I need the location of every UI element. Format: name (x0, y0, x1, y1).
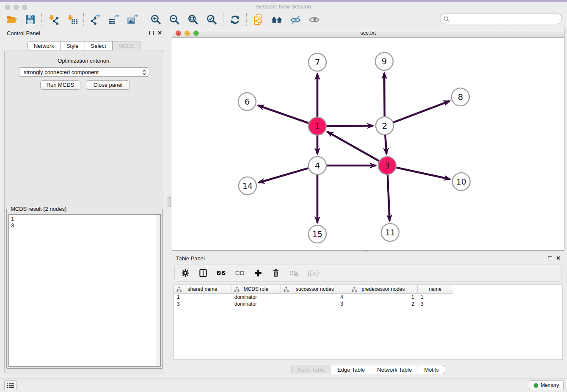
import-table-icon[interactable] (66, 14, 78, 25)
column-header-successor-nodes[interactable]: successor nodes (281, 285, 349, 294)
graph-edge-2-8[interactable] (394, 101, 450, 123)
memory-button[interactable]: Memory (529, 380, 564, 390)
import-network-icon[interactable] (47, 14, 59, 25)
save-session-icon[interactable] (24, 14, 36, 25)
close-panel-icon[interactable]: × (158, 31, 162, 35)
tab-edge-table[interactable]: Edge Table (331, 365, 371, 374)
table-panel: Table Panel × f(x) (172, 253, 564, 376)
delete-table-icon[interactable] (289, 269, 299, 277)
function-builder-icon[interactable]: f(x) (308, 268, 319, 278)
tab-network[interactable]: Network (28, 41, 61, 50)
table-toolbar: f(x) (174, 265, 562, 282)
mcds-result-box[interactable]: 1 3 (8, 214, 161, 367)
graph-node-label: 10 (456, 177, 466, 186)
hierarchy-icon (352, 287, 357, 292)
table-panel-header: Table Panel × (172, 253, 564, 263)
clone-network-icon[interactable] (252, 14, 264, 25)
open-session-icon[interactable] (6, 14, 17, 25)
table-cell: dominator (231, 301, 281, 307)
delete-column-icon[interactable] (271, 268, 281, 278)
zoom-out-icon[interactable] (168, 14, 180, 25)
result-scrollbar[interactable] (156, 215, 160, 366)
apply-layout-icon[interactable] (229, 14, 241, 25)
tab-node-table[interactable]: Node Table (291, 365, 332, 374)
search-input-container (440, 14, 562, 24)
tab-network-table[interactable]: Network Table (371, 365, 418, 374)
network-window: x − + scc.txt 7968124314101511 (172, 28, 564, 251)
column-header-shared-name[interactable]: shared name (174, 285, 231, 294)
table-cell: 4 (281, 294, 349, 301)
table-cell: dominator (231, 294, 281, 301)
network-canvas[interactable]: 7968124314101511 (172, 38, 564, 250)
graph-node-label: 1 (315, 121, 320, 131)
tab-mcds[interactable]: MCDS (113, 41, 141, 50)
select-stepper-icon (142, 69, 146, 77)
memory-status-icon (534, 383, 538, 388)
run-mcds-button[interactable]: Run MCDS (40, 80, 80, 90)
task-history-button[interactable] (4, 380, 17, 390)
graph-svg[interactable]: 7968124314101511 (172, 38, 564, 250)
export-table-icon[interactable] (108, 14, 120, 25)
graph-node-label: 9 (382, 56, 387, 66)
graph-edge-3-11[interactable] (388, 175, 390, 221)
table-tabs: Node Table Edge Table Network Table Moti… (172, 365, 564, 374)
column-header-predecessor-nodes[interactable]: predecessor nodes (349, 285, 418, 294)
search-input[interactable] (451, 16, 561, 22)
column-header-mcds-role[interactable]: MCDS role (231, 285, 281, 294)
column-header-name[interactable]: name (418, 285, 453, 294)
export-network-icon[interactable] (89, 14, 101, 25)
control-panel-header: Control Panel × (3, 28, 166, 38)
tab-motifs[interactable]: Motifs (418, 365, 445, 374)
close-panel-button[interactable]: Close panel (86, 80, 130, 90)
zoom-selected-icon[interactable] (206, 14, 217, 25)
close-table-panel-icon[interactable]: × (556, 256, 560, 260)
export-image-icon[interactable] (127, 14, 138, 25)
criterion-select[interactable]: strongly connected component (19, 67, 149, 77)
mcds-result-fieldset: MCDS result (2 nodes) 1 3 (6, 209, 163, 369)
zoom-fit-icon[interactable] (187, 14, 199, 25)
tab-style[interactable]: Style (61, 41, 85, 50)
column-label: predecessor nodes (361, 286, 405, 292)
app-titlebar: Session: New Session (0, 2, 567, 12)
table-row[interactable]: 1dominator411 (174, 294, 562, 301)
vertical-splitter-grip[interactable] (168, 197, 171, 207)
mcds-result-title: MCDS result (2 nodes) (9, 206, 68, 212)
deselect-all-columns-icon[interactable] (235, 268, 245, 278)
table-body: 1dominator4113dominator323 (174, 294, 562, 307)
select-all-columns-icon[interactable] (216, 268, 226, 278)
graph-node-label: 14 (242, 181, 253, 190)
graph-edge-4-14[interactable] (259, 168, 308, 182)
float-table-panel-icon[interactable] (548, 256, 552, 260)
graph-node-label: 4 (315, 160, 320, 171)
mcds-panel: Optimization criterion: strongly connect… (4, 50, 164, 373)
column-label: name (429, 286, 441, 292)
table-row[interactable]: 3dominator323 (174, 301, 562, 307)
node-table: shared name MCDS role successor nodes pr… (173, 284, 563, 360)
network-titlebar: x − + scc.txt (172, 28, 564, 38)
graph-node-label: 6 (245, 97, 250, 107)
first-neighbors-icon[interactable] (271, 14, 283, 25)
graph-node-label: 11 (385, 228, 395, 237)
hierarchy-icon (284, 287, 289, 292)
memory-label: Memory (541, 382, 559, 388)
float-panel-icon[interactable] (149, 31, 154, 35)
split-columns-icon[interactable] (198, 268, 208, 278)
graph-edge-2-9[interactable] (384, 73, 385, 116)
tab-select[interactable]: Select (85, 41, 113, 50)
show-all-icon[interactable] (308, 14, 320, 25)
graph-edge-1-2[interactable] (327, 126, 373, 126)
graph-edge-3-10[interactable] (396, 168, 450, 179)
table-cell: 1 (174, 294, 231, 301)
mcds-result-text: 1 3 (9, 215, 155, 366)
add-column-icon[interactable] (253, 268, 263, 278)
hierarchy-icon (234, 287, 239, 292)
graph-node-label: 15 (312, 229, 322, 239)
table-header-row: shared name MCDS role successor nodes pr… (174, 285, 562, 294)
graph-edge-2-3[interactable] (385, 135, 386, 154)
hide-selected-icon[interactable] (289, 14, 301, 25)
graph-edge-3-1[interactable] (328, 132, 379, 161)
zoom-in-icon[interactable] (150, 14, 162, 25)
settings-gear-icon[interactable] (181, 268, 190, 278)
graph-edge-1-6[interactable] (258, 105, 308, 123)
window-title: Session: New Session (0, 3, 567, 10)
